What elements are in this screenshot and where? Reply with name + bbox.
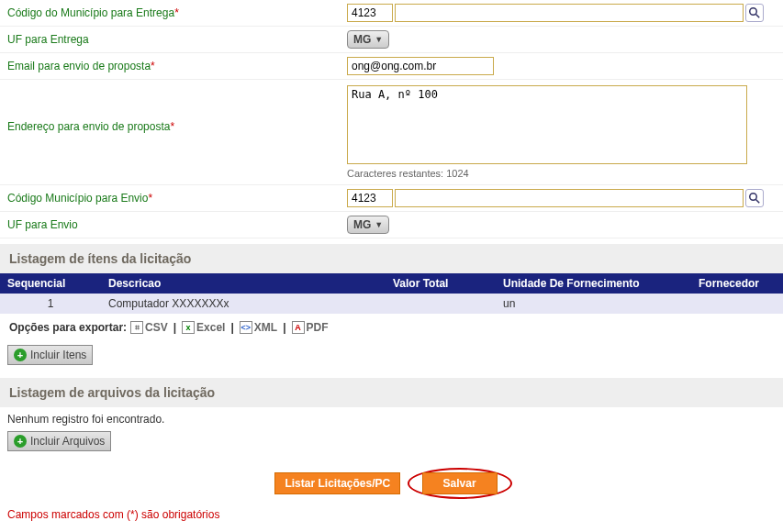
xml-icon: <> [240,321,252,334]
itens-table: Sequencial Descricao Valor Total Unidade… [0,273,783,314]
arquivos-section-title: Listagem de arquivos da licitação [0,378,783,407]
svg-point-0 [750,8,757,16]
label-codigo-envio: Código Município para Envio* [7,192,347,205]
export-pdf-link[interactable]: A PDF [292,321,329,334]
incluir-itens-button[interactable]: + Incluir Itens [7,345,93,365]
svg-line-1 [756,15,760,18]
chars-remaining-label: Caracteres restantes: 1024 [347,168,776,179]
input-email[interactable] [347,57,494,75]
chevron-down-icon: ▼ [375,220,383,229]
search-municipio-envio-button[interactable] [745,189,764,207]
salvar-highlight: Salvar [408,468,512,499]
search-municipio-entrega-button[interactable] [745,4,764,22]
label-email: Email para envio de proposta* [7,60,347,72]
incluir-arquivos-button[interactable]: + Incluir Arquivos [7,431,111,451]
svg-line-3 [756,200,760,204]
excel-icon: x [182,321,195,334]
pdf-icon: A [292,321,305,334]
input-municipio-entrega-nome[interactable] [395,4,744,22]
export-label: Opções para exportar: [9,321,127,334]
salvar-button[interactable]: Salvar [422,472,498,494]
input-endereco[interactable] [347,85,747,164]
col-fornecedor: Fornecedor [691,273,783,294]
label-endereco: Endereço para envio de proposta* [7,85,347,133]
col-valor-total: Valor Total [386,273,496,294]
export-csv-link[interactable]: ⌗ CSV [130,321,168,334]
export-excel-link[interactable]: x Excel [182,321,225,334]
itens-section-title: Listagem de ítens da licitação [0,244,783,273]
magnifier-icon [749,193,760,204]
table-row[interactable]: 1 Computador XXXXXXXx un [0,294,783,314]
arquivos-empty-message: Nenhum registro foi encontrado. [0,407,783,431]
label-uf-entrega: UF para Entrega [7,33,347,46]
label-uf-envio: UF para Envio [7,218,347,231]
input-codigo-envio[interactable] [347,189,393,207]
plus-icon: + [14,349,27,361]
chevron-down-icon: ▼ [375,35,383,44]
required-fields-note: Campos marcados com (*) são obrigatórios [0,503,783,532]
csv-icon: ⌗ [130,321,143,334]
export-xml-link[interactable]: <> XML [240,321,277,334]
label-codigo-entrega: Código do Município para Entrega* [7,6,347,19]
uf-envio-dropdown[interactable]: MG▼ [347,216,389,234]
input-codigo-entrega[interactable] [347,4,393,22]
col-sequencial: Sequencial [0,273,101,294]
plus-icon: + [14,435,27,448]
uf-entrega-dropdown[interactable]: MG▼ [347,30,389,49]
listar-licitacoes-button[interactable]: Listar Licitações/PC [274,472,400,494]
svg-point-2 [750,194,757,201]
input-municipio-envio-nome[interactable] [395,189,744,207]
magnifier-icon [749,7,760,18]
col-descricao: Descricao [101,273,386,294]
col-unidade: Unidade De Fornecimento [496,273,691,294]
